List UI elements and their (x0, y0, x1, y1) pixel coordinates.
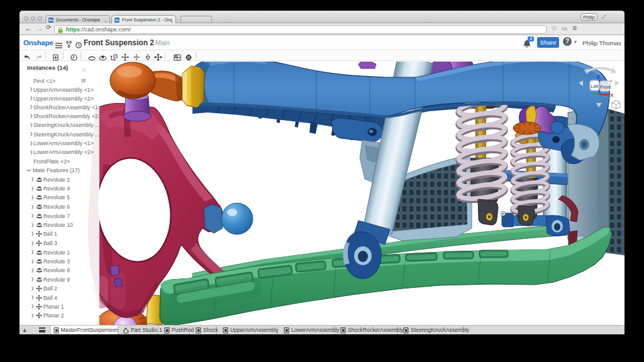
svg-text:Front: Front (601, 85, 611, 89)
svg-text:Z: Z (597, 74, 600, 80)
svg-text:✕: ✕ (609, 79, 613, 83)
svg-text:X: X (610, 92, 614, 98)
svg-text:Left: Left (591, 84, 599, 89)
